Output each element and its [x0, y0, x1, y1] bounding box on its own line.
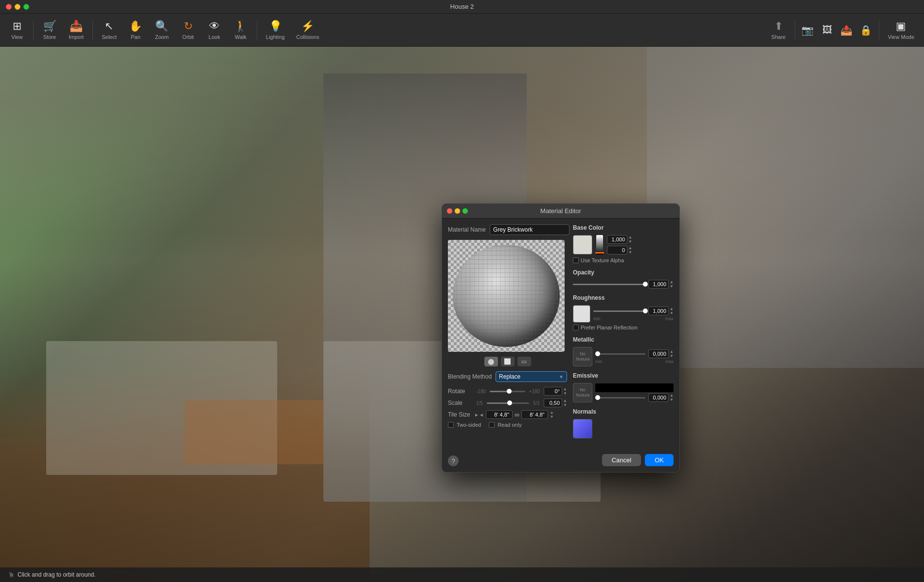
preview-cube-btn[interactable]: ⬜	[501, 357, 515, 366]
metallic-value-input[interactable]	[648, 349, 669, 358]
rotate-slider[interactable]	[490, 391, 525, 392]
material-name-input[interactable]	[490, 224, 569, 235]
rotate-down-arrow[interactable]: ▼	[563, 392, 567, 396]
read-only-checkbox[interactable]	[489, 422, 495, 428]
tile-size-value1[interactable]	[486, 410, 513, 419]
rotate-value-input[interactable]	[544, 387, 562, 396]
toolbar-render[interactable]: 🖼	[818, 21, 836, 39]
toolbar-orbit[interactable]: ↻ Orbit	[176, 18, 200, 42]
toolbar-look[interactable]: 👁 Look	[202, 18, 227, 42]
toolbar-screenshot[interactable]: 📷	[799, 21, 817, 39]
traffic-lights[interactable]	[6, 4, 29, 10]
bc-up1[interactable]: ▲	[628, 236, 632, 239]
emissive-texture-thumb[interactable]: NoTexture	[573, 383, 592, 402]
tile-spin-arrows[interactable]: ▲ ▼	[550, 411, 554, 419]
emissive-value-input[interactable]	[648, 393, 669, 402]
maximize-button[interactable]	[23, 4, 29, 10]
use-texture-alpha-checkbox[interactable]	[573, 257, 579, 263]
bc-down2[interactable]: ▼	[628, 251, 632, 255]
tile-size-value2[interactable]	[521, 410, 548, 419]
material-editor-right: Base Color ▲ ▼	[573, 224, 674, 444]
base-color-spin2[interactable]: ▲ ▼	[628, 246, 632, 255]
toolbar-export[interactable]: 📤	[838, 21, 855, 39]
emissive-color-bar[interactable]	[595, 383, 674, 392]
me-maximize-button[interactable]	[462, 208, 468, 214]
opacity-down[interactable]: ▼	[670, 285, 674, 289]
metallic-spin[interactable]: ▲ ▼	[670, 350, 674, 358]
me-close-button[interactable]	[447, 208, 452, 214]
emissive-title: Emissive	[573, 372, 674, 379]
roughness-spin[interactable]: ▲ ▼	[670, 307, 674, 315]
tile-up-arrow[interactable]: ▲	[550, 411, 554, 415]
toolbar-settings[interactable]: 🔒	[857, 21, 875, 39]
me-minimize-button[interactable]	[455, 208, 460, 214]
me-traffic-lights[interactable]	[447, 208, 468, 214]
emissive-spin[interactable]: ▲ ▼	[670, 394, 674, 402]
bc-down1[interactable]: ▼	[628, 240, 632, 244]
opacity-thumb	[643, 282, 648, 287]
scale-down-arrow[interactable]: ▼	[563, 403, 567, 407]
toolbar-walk[interactable]: 🚶 Walk	[229, 18, 253, 42]
close-button[interactable]	[6, 4, 12, 10]
help-button[interactable]: ?	[448, 455, 459, 466]
normals-swatch[interactable]	[573, 419, 592, 438]
roughness-swatch[interactable]	[573, 305, 590, 323]
toolbar-sep-1	[33, 20, 34, 40]
base-color-value2-input[interactable]	[607, 246, 627, 255]
read-only-row: Read only	[489, 422, 522, 428]
emissive-down[interactable]: ▼	[670, 398, 674, 402]
opacity-up[interactable]: ▲	[670, 280, 674, 284]
scale-up-arrow[interactable]: ▲	[563, 399, 567, 403]
metallic-up[interactable]: ▲	[670, 350, 674, 354]
emissive-slider[interactable]	[595, 397, 645, 399]
scale-min: 1/5	[476, 400, 483, 406]
toolbar-collisions[interactable]: ⚡ Collisions	[291, 18, 324, 42]
roughness-slider[interactable]	[593, 310, 645, 312]
toolbar-lighting[interactable]: 💡 Lighting	[261, 18, 290, 42]
roughness-min-label: min	[593, 316, 601, 321]
roughness-value-input[interactable]	[648, 307, 669, 315]
metallic-texture-thumb[interactable]: NoTexture	[573, 347, 592, 366]
toolbar-zoom[interactable]: 🔍 Zoom	[150, 18, 174, 42]
toolbar-viewmode[interactable]: ▣ View Mode	[883, 18, 919, 42]
scale-slider[interactable]	[487, 402, 529, 404]
rotate-spin-arrows[interactable]: ▲ ▼	[563, 387, 567, 396]
preview-plane-btn[interactable]: ▭	[517, 357, 531, 366]
metallic-slider[interactable]	[595, 353, 645, 355]
base-color-brightness-slider[interactable]	[596, 235, 603, 255]
preview-sphere-btn[interactable]: ⬤	[484, 357, 498, 366]
emissive-up[interactable]: ▲	[670, 394, 674, 398]
scale-value-input[interactable]	[544, 399, 562, 407]
minimize-button[interactable]	[15, 4, 20, 10]
toolbar-store[interactable]: 🛒 Store	[37, 18, 62, 42]
cancel-button[interactable]: Cancel	[602, 454, 641, 466]
roughness-value-group: ▲ ▼	[648, 307, 674, 315]
blending-method-select[interactable]: Replace ▼	[496, 371, 567, 382]
opacity-slider[interactable]	[573, 284, 645, 285]
bottom-checkboxes: Two-sided Read only	[448, 422, 567, 430]
two-sided-checkbox[interactable]	[448, 422, 454, 428]
toolbar-view[interactable]: ⊞ View	[5, 18, 29, 42]
opacity-value-input[interactable]	[648, 280, 669, 289]
rotate-up-arrow[interactable]: ▲	[563, 387, 567, 391]
metallic-minmax: min max	[595, 359, 674, 364]
opacity-spin[interactable]: ▲ ▼	[670, 280, 674, 289]
lighting-label: Lighting	[266, 34, 285, 40]
ok-button[interactable]: OK	[645, 454, 674, 466]
metallic-down[interactable]: ▼	[670, 354, 674, 358]
roughness-up[interactable]: ▲	[670, 307, 674, 311]
bc-up2[interactable]: ▲	[628, 246, 632, 250]
toolbar-select[interactable]: ↖ Select	[97, 18, 122, 42]
base-color-spin1[interactable]: ▲ ▼	[628, 236, 632, 244]
toolbar-share[interactable]: ⬆ Share	[766, 18, 791, 42]
base-color-value1-input[interactable]	[607, 235, 627, 244]
toolbar-pan[interactable]: ✋ Pan	[124, 18, 148, 42]
roughness-down[interactable]: ▼	[670, 311, 674, 315]
prefer-planar-checkbox[interactable]	[573, 325, 579, 330]
tile-link-icon[interactable]: ∞	[515, 411, 519, 418]
use-texture-alpha-row: Use Texture Alpha	[573, 257, 674, 263]
tile-down-arrow[interactable]: ▼	[550, 415, 554, 419]
base-color-swatch[interactable]	[573, 235, 592, 255]
scale-spin-arrows[interactable]: ▲ ▼	[563, 399, 567, 407]
toolbar-import[interactable]: 📥 Import	[64, 18, 89, 42]
